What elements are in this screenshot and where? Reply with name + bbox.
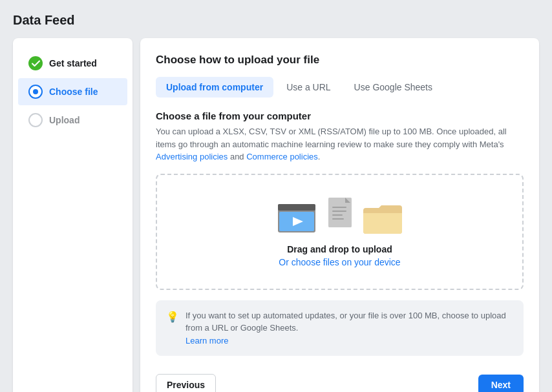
step-icon-choose-file [28, 85, 43, 99]
sidebar-item-choose-file[interactable]: Choose file [18, 78, 127, 105]
sidebar-item-label-upload: Upload [49, 115, 80, 125]
check-icon [32, 59, 40, 68]
sidebar: Get started Choose file Upload [13, 38, 133, 392]
next-button[interactable]: Next [478, 375, 524, 392]
learn-more-link[interactable]: Learn more [186, 336, 228, 346]
choose-description: You can upload a XLSX, CSV, TSV or XML (… [156, 125, 524, 163]
drop-text: Drag and drop to upload [287, 244, 392, 254]
previous-button[interactable]: Previous [156, 374, 216, 392]
svg-rect-9 [332, 218, 344, 220]
sidebar-item-upload[interactable]: Upload [18, 107, 127, 134]
video-icon [277, 199, 323, 235]
info-box: 💡 If you want to set up automated update… [156, 300, 524, 356]
tab-sheets[interactable]: Use Google Sheets [344, 77, 443, 98]
page-title: Data Feed [13, 13, 539, 28]
folder-icon [362, 201, 403, 235]
svg-rect-8 [332, 214, 343, 216]
advertising-policies-link[interactable]: Advertising policies [156, 152, 228, 161]
step-icon-upload [28, 113, 43, 127]
svg-rect-7 [332, 211, 346, 212]
drop-zone-icons [277, 196, 403, 235]
svg-rect-6 [332, 207, 346, 208]
drop-zone[interactable]: Drag and drop to upload Or choose files … [156, 174, 524, 290]
page-wrapper: Data Feed Get started Choose file Upload [0, 0, 552, 392]
sidebar-item-label-choose-file: Choose file [49, 87, 98, 97]
section-title: Choose how to upload your file [156, 54, 524, 67]
bulb-icon: 💡 [166, 311, 179, 347]
tab-url[interactable]: Use a URL [276, 77, 341, 98]
footer: Previous Next [156, 369, 524, 392]
drop-link[interactable]: Or choose files on your device [279, 257, 400, 267]
main-layout: Get started Choose file Upload Choose ho… [13, 38, 539, 392]
sidebar-item-label-get-started: Get started [49, 58, 97, 68]
choose-section-title: Choose a file from your computer [156, 110, 524, 121]
svg-rect-1 [278, 204, 315, 211]
commerce-policies-link[interactable]: Commerce policies [246, 152, 318, 161]
info-text: If you want to set up automated updates,… [186, 309, 513, 347]
sidebar-item-get-started[interactable]: Get started [18, 50, 127, 77]
tabs: Upload from computer Use a URL Use Googl… [156, 77, 524, 98]
step-icon-get-started [28, 56, 43, 70]
tab-computer[interactable]: Upload from computer [156, 77, 273, 98]
main-content: Choose how to upload your file Upload fr… [140, 38, 539, 392]
document-icon [327, 196, 358, 235]
